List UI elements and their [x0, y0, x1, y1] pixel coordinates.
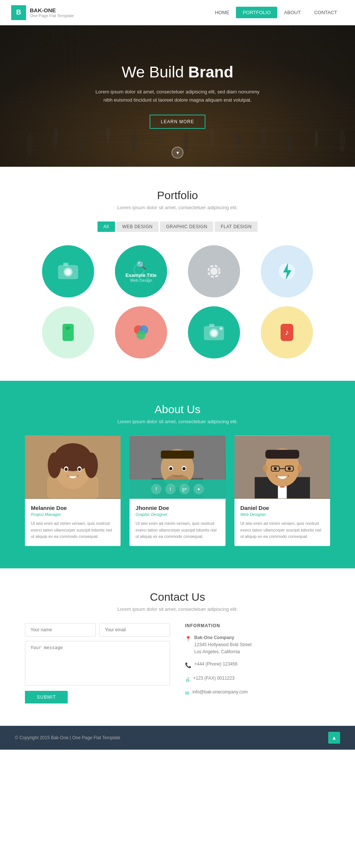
- svg-point-1: [27, 133, 33, 156]
- svg-point-27: [137, 331, 145, 339]
- info-label: INFORMATION: [185, 623, 330, 628]
- svg-point-10: [262, 126, 266, 145]
- portfolio-item-4[interactable]: [255, 245, 319, 297]
- team-photo-3: [234, 435, 330, 499]
- portfolio-item-6[interactable]: [109, 306, 173, 358]
- svg-point-8: [210, 129, 214, 146]
- music-icon: ♪: [274, 319, 300, 345]
- filter-all[interactable]: All: [97, 221, 115, 232]
- social-dribbble[interactable]: ●: [194, 484, 204, 494]
- learn-more-button[interactable]: LEARN MORE: [150, 115, 205, 129]
- portfolio-item-3[interactable]: [182, 245, 246, 297]
- svg-point-3: [79, 130, 84, 151]
- hover-category: Web Design: [130, 278, 152, 283]
- location-icon: 📍: [185, 635, 191, 643]
- lightning-icon: [274, 258, 300, 284]
- camera-icon: [55, 258, 81, 284]
- brand-name: BAK-ONE: [30, 7, 74, 13]
- nav-portfolio[interactable]: PORTFOLIO: [236, 7, 277, 18]
- team-info-3: Daniel Doe Web Designer Ut wisi enim ad …: [234, 499, 330, 546]
- svg-point-40: [84, 452, 98, 478]
- address-line1: 12345 Hollywood Bvld Street: [194, 642, 252, 647]
- svg-point-12: [314, 131, 318, 147]
- contact-form-area: SUBMIT: [25, 623, 170, 703]
- address-info: 📍 Bak-One Company 12345 Hollywood Bvld S…: [185, 634, 330, 656]
- camera2-icon: [201, 319, 227, 345]
- phone-icon: [55, 319, 81, 345]
- contact-section: Contact Us Lorem ipsum dolor sit amet, c…: [0, 568, 355, 726]
- nav-home[interactable]: HOME: [208, 7, 236, 18]
- filter-web-design[interactable]: WEB DESIGN: [116, 221, 159, 232]
- nav-about[interactable]: ABOUT: [277, 7, 307, 18]
- fax-info: 🖨 +123 (FAX) 0011223: [185, 675, 330, 683]
- portfolio-section: Portfolio Lorem ipsum dolor sit amet, co…: [0, 167, 355, 381]
- navbar: B BAK-ONE One Page Flat Template HOME PO…: [0, 0, 355, 25]
- message-input[interactable]: [25, 641, 170, 686]
- scroll-down-button[interactable]: ▾: [172, 147, 183, 159]
- filter-graphic-design[interactable]: GRAPHIC DESIGN: [160, 221, 213, 232]
- submit-button[interactable]: SUBMIT: [25, 691, 68, 703]
- name-input[interactable]: [25, 623, 96, 636]
- portfolio-item-5[interactable]: [36, 306, 100, 358]
- svg-point-5: [131, 129, 137, 151]
- contact-info-area: INFORMATION 📍 Bak-One Company 12345 Holl…: [185, 623, 330, 703]
- svg-point-52: [183, 467, 186, 470]
- fax-icon: 🖨: [185, 675, 190, 683]
- svg-point-4: [106, 127, 110, 143]
- team-photo-2: f t g+ ●: [129, 435, 225, 499]
- contact-grid: SUBMIT INFORMATION 📍 Bak-One Company 123…: [25, 623, 330, 703]
- email-input[interactable]: [99, 623, 170, 636]
- team-desc-2: Ut wisi enim ad minim veniam, quis nostr…: [135, 520, 219, 540]
- portfolio-item-2[interactable]: 🔍 Example Title Web Design: [109, 245, 173, 297]
- team-card-1: Melannie Doe Project Manager Ut wisi eni…: [25, 435, 121, 546]
- portfolio-item-8[interactable]: ♪: [255, 306, 319, 358]
- svg-point-9: [235, 131, 241, 152]
- phone-icon: 📞: [185, 661, 191, 669]
- team-card-2: f t g+ ● Jhonnie Doe Graphic Designer Ut…: [129, 435, 225, 546]
- about-subtitle: Lorem ipsum dolor sit amet, consectetuer…: [15, 419, 340, 424]
- social-googleplus[interactable]: g+: [179, 484, 190, 494]
- svg-rect-31: [209, 324, 214, 327]
- svg-rect-48: [161, 450, 194, 459]
- svg-point-7: [183, 133, 189, 153]
- team-grid: Melannie Doe Project Manager Ut wisi eni…: [25, 435, 330, 546]
- social-twitter[interactable]: t: [165, 484, 176, 494]
- footer-text: © Copyright 2015 Bak-One | One Page Flat…: [15, 735, 120, 740]
- team-desc-3: Ut wisi enim ad minim veniam, quis nostr…: [240, 520, 324, 540]
- svg-point-30: [211, 330, 217, 336]
- portfolio-grid: 🔍 Example Title Web Design: [36, 245, 319, 358]
- svg-point-44: [78, 467, 81, 471]
- svg-point-66: [297, 465, 302, 472]
- email-icon: ✉: [185, 689, 189, 697]
- portfolio-item-7[interactable]: [182, 306, 246, 358]
- team-card-3: Daniel Doe Web Designer Ut wisi enim ad …: [234, 435, 330, 546]
- social-facebook[interactable]: f: [151, 484, 161, 494]
- brand-tagline: One Page Flat Template: [30, 13, 74, 18]
- hover-search-icon: 🔍: [136, 261, 146, 270]
- hero-title: We Build Brand: [92, 63, 263, 81]
- company-name: Bak-One Company: [194, 635, 234, 640]
- about-section: About Us Lorem ipsum dolor sit amet, con…: [0, 381, 355, 568]
- portfolio-item-1[interactable]: [36, 245, 100, 297]
- svg-point-63: [274, 467, 277, 470]
- hero-content: We Build Brand Lorem ipsum dolor sit ame…: [92, 63, 263, 129]
- email-address: info@bak-onecompany.com: [192, 689, 248, 696]
- nav-contact[interactable]: CONTACT: [307, 7, 344, 18]
- contact-subtitle: Lorem ipsum dolor sit amet, consectetuer…: [15, 606, 340, 612]
- phone-info: 📞 +444 (Phone) 123456: [185, 661, 330, 669]
- filter-flat-design[interactable]: FLAT DESIGN: [215, 221, 258, 232]
- portfolio-subtitle: Lorem ipsum dolor sit amet, consectetuer…: [15, 205, 340, 210]
- person-3-photo: [234, 435, 330, 499]
- about-title: About Us: [15, 403, 340, 416]
- svg-point-11: [288, 134, 293, 155]
- team-name-2: Jhonnie Doe: [135, 505, 219, 511]
- hero-section: We Build Brand Lorem ipsum dolor sit ame…: [0, 25, 355, 167]
- team-role-1: Project Manager: [31, 512, 115, 517]
- contact-title: Contact Us: [15, 591, 340, 603]
- scroll-up-button[interactable]: ▲: [328, 732, 340, 744]
- footer: © Copyright 2015 Bak-One | One Page Flat…: [0, 726, 355, 750]
- team-info-2: Jhonnie Doe Graphic Designer Ut wisi eni…: [129, 499, 225, 546]
- svg-point-39: [48, 452, 61, 478]
- team-role-3: Web Designer: [240, 512, 324, 517]
- svg-point-64: [288, 467, 291, 470]
